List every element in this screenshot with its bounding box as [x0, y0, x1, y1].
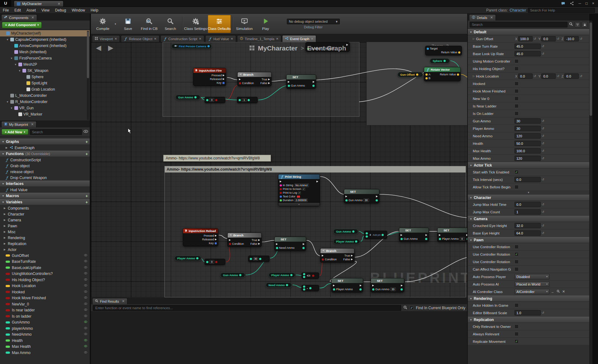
color-swatch[interactable]: [297, 195, 300, 198]
component-tree-row[interactable]: ArrowComponent (Inherited): [0, 43, 90, 49]
variable-visibility-toggle[interactable]: [83, 314, 88, 319]
expand-arrow-icon[interactable]: ▶: [3, 236, 6, 239]
bool-pin[interactable]: Condition: [239, 82, 254, 85]
bp-node-set[interactable]: SETGun Ammo: [286, 74, 316, 89]
variable-category[interactable]: ▶Replication: [0, 241, 90, 247]
lock-icon[interactable]: [582, 22, 587, 27]
checkbox[interactable]: [515, 97, 519, 101]
bp-node-set[interactable]: SETPlayer Ammo: [331, 278, 363, 292]
number-field[interactable]: 45.0: [515, 51, 541, 56]
value-field[interactable]: 2.000000: [294, 198, 308, 202]
development-only-footer[interactable]: ▾: [278, 203, 320, 206]
reset-icon[interactable]: ↺: [534, 37, 536, 40]
variable-row[interactable]: playerAmmo: [0, 325, 90, 332]
details-section-header[interactable]: ▼Actor Tick: [468, 162, 589, 168]
checkbox[interactable]: [515, 59, 519, 63]
bp-node-set[interactable]: SETGun Ammo: [399, 228, 429, 242]
component-tree-row[interactable]: ▼SK_Weapon: [0, 68, 90, 74]
int-pin[interactable]: [401, 288, 403, 291]
expand-arrow-icon[interactable]: ▶: [5, 146, 8, 149]
chat-bubble-icon[interactable]: [561, 1, 565, 6]
variable-row[interactable]: UsingMotionControllers?: [0, 271, 90, 277]
details-search-input[interactable]: [470, 22, 567, 27]
number-field[interactable]: 0.0: [515, 202, 541, 207]
component-tree-row[interactable]: L_MotionController: [0, 92, 90, 99]
number-field[interactable]: 30: [515, 118, 541, 124]
minimize-icon[interactable]: ─: [578, 1, 581, 6]
variable-visibility-toggle[interactable]: [83, 308, 88, 312]
variable-row[interactable]: NeedAmmo: [0, 332, 90, 338]
variable-row[interactable]: Max Ammo: [0, 350, 90, 356]
exec-pin[interactable]: [280, 181, 282, 182]
reset-icon[interactable]: ↺: [542, 127, 544, 130]
vector-pin[interactable]: Return Value: [441, 51, 460, 54]
checkbox[interactable]: ✓: [302, 188, 305, 191]
checkbox[interactable]: [515, 89, 519, 93]
close-icon[interactable]: ✕: [154, 37, 156, 40]
component-tree-row[interactable]: ▼FirstPersonCamera: [0, 55, 90, 61]
bp-node-event[interactable]: InputAction FirePressedReleasedKey: [193, 68, 226, 86]
value-field[interactable]: 30: [253, 257, 258, 261]
reset-icon[interactable]: ↺: [542, 311, 544, 314]
component-tree-row[interactable]: ▼Mesh2P: [0, 61, 90, 68]
int-pin[interactable]: Player Ammo: [333, 288, 353, 291]
variable-visibility-toggle[interactable]: [83, 302, 88, 306]
bp-node-branch[interactable]: BranchTrueConditionFalse: [237, 72, 272, 86]
number-field[interactable]: 1.0: [515, 310, 541, 315]
number-field[interactable]: 50.0: [515, 141, 541, 146]
variable-visibility-toggle[interactable]: [83, 278, 88, 282]
bp-node-set[interactable]: SETGun Ammo30: [371, 278, 404, 292]
component-tree-row[interactable]: MyCharacter(self): [0, 30, 90, 36]
expand-arrow-icon[interactable]: ▶: [3, 207, 6, 210]
exec-pin[interactable]: True: [344, 254, 353, 257]
section-header[interactable]: ▼Macros+: [0, 193, 90, 199]
bp-node-print[interactable]: ƒPrint StringIn StringNo Ammo!Print to S…: [278, 174, 320, 206]
variable-visibility-toggle[interactable]: [83, 290, 88, 294]
section-header[interactable]: ▼Functions(30 Overridable)+: [0, 151, 90, 157]
graph-tab-release-object[interactable]: ƒRelease Object✕: [121, 35, 159, 42]
clear-icon[interactable]: ✕: [562, 290, 566, 294]
expand-arrow-icon[interactable]: ▶: [3, 248, 6, 251]
component-tree-row[interactable]: Sphere: [0, 74, 90, 80]
exec-pin[interactable]: [466, 234, 467, 236]
variable-category[interactable]: ▶Components: [0, 205, 90, 211]
exec-pin[interactable]: True: [252, 239, 260, 242]
exec-pin[interactable]: [322, 255, 324, 257]
int-pin[interactable]: Gun Ammo30: [372, 287, 396, 291]
collapse-arrow-icon[interactable]: ▼: [10, 107, 13, 110]
operator-node[interactable]: -: [301, 285, 319, 291]
reset-icon[interactable]: ↺: [542, 134, 544, 138]
reset-icon[interactable]: ↺: [542, 231, 544, 235]
close-icon[interactable]: ✕: [276, 37, 278, 40]
reset-icon[interactable]: ↺: [542, 157, 544, 160]
reset-icon[interactable]: ↺: [542, 224, 544, 227]
expand-arrow-icon[interactable]: ▶: [3, 225, 6, 227]
compile-options-caret[interactable]: ▾: [113, 15, 117, 33]
details-section-header[interactable]: ▼Character: [468, 195, 589, 201]
number-field[interactable]: 0.0: [541, 73, 556, 79]
reset-icon[interactable]: ↺: [557, 74, 559, 78]
variable-row[interactable]: GunOffset: [0, 253, 90, 259]
value-field[interactable]: 0: [209, 98, 214, 102]
component-tree-row[interactable]: ▼CapsuleComponent (Inherited): [0, 36, 90, 43]
variable-category[interactable]: ▶Misc: [0, 229, 90, 235]
variable-visibility-toggle[interactable]: [83, 296, 88, 300]
my-blueprint-search-input[interactable]: [30, 129, 82, 135]
checkbox[interactable]: [515, 104, 519, 108]
close-icon[interactable]: ✕: [199, 37, 202, 40]
exec-pin[interactable]: Released: [210, 78, 225, 81]
exec-pin[interactable]: [316, 181, 318, 182]
checkbox[interactable]: [515, 267, 519, 271]
interface-item[interactable]: ƒHud Value: [0, 187, 90, 193]
menu-edit[interactable]: Edit: [12, 8, 24, 12]
display-filter-icon[interactable]: [575, 22, 580, 27]
number-field[interactable]: 1: [515, 209, 541, 215]
exec-pin[interactable]: [372, 285, 374, 286]
add-component-button[interactable]: + Add Component ▾: [2, 22, 42, 28]
variable-get-node[interactable]: Player Ammo: [268, 272, 295, 278]
bool-pin[interactable]: Print to Log✓: [280, 191, 301, 194]
variable-row[interactable]: Hooked: [0, 289, 90, 295]
bool-pin[interactable]: Condition: [229, 242, 244, 245]
details-scrollbar[interactable]: [589, 21, 592, 364]
variable-row[interactable]: BaseTurnRate: [0, 259, 90, 265]
